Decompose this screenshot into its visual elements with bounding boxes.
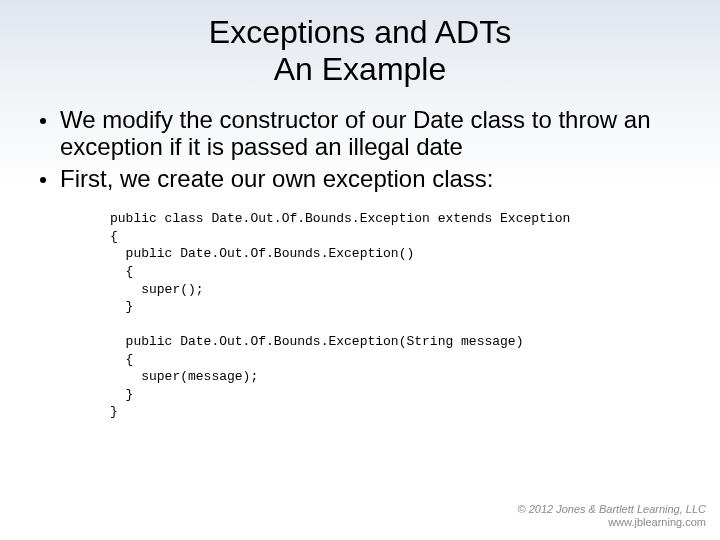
bullet-text: First, we create our own exception class… (60, 165, 680, 193)
slide-body: We modify the constructor of our Date cl… (0, 88, 720, 421)
bullet-item: We modify the constructor of our Date cl… (40, 106, 680, 161)
footer-url: www.jblearning.com (518, 516, 707, 530)
bullet-text: We modify the constructor of our Date cl… (60, 106, 680, 161)
footer: © 2012 Jones & Bartlett Learning, LLC ww… (518, 503, 707, 531)
bullet-dot-icon (40, 118, 46, 124)
bullet-item: First, we create our own exception class… (40, 165, 680, 193)
copyright-text: © 2012 Jones & Bartlett Learning, LLC (518, 503, 707, 517)
bullet-dot-icon (40, 177, 46, 183)
title-line-1: Exceptions and ADTs (209, 14, 511, 50)
code-block: public class Date.Out.Of.Bounds.Exceptio… (40, 196, 680, 421)
slide-title: Exceptions and ADTs An Example (0, 0, 720, 88)
slide: Exceptions and ADTs An Example We modify… (0, 0, 720, 540)
title-line-2: An Example (274, 51, 447, 87)
